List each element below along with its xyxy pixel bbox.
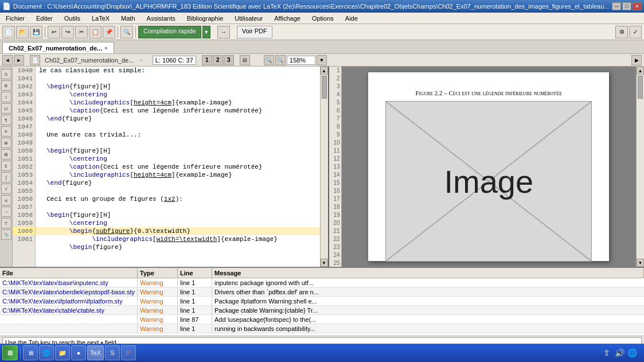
menu-outils[interactable]: Outils [61, 14, 84, 23]
maximize-button[interactable]: □ [622, 2, 631, 10]
message-row-6[interactable]: Warning line 1 running in backwards comp… [0, 324, 644, 333]
menu-math[interactable]: Math [118, 14, 138, 23]
search-button[interactable]: 🔍 [120, 26, 133, 38]
code-line-1041 [36, 75, 320, 83]
line-number: 1060 [13, 227, 35, 235]
line-number: 1042 [13, 83, 35, 91]
left-icon-3[interactable]: I [1, 92, 11, 102]
paste-button[interactable]: 📌 [103, 26, 115, 38]
pdf-scrollbar-v[interactable]: ▲ ▼ [636, 67, 644, 267]
menu-affichage[interactable]: Affichage [271, 14, 304, 23]
taskbar-chrome[interactable]: ● [71, 345, 86, 360]
scroll-up-arrow[interactable]: ▲ [321, 67, 328, 75]
nav-next-button[interactable]: ► [14, 55, 24, 65]
tab-close-button[interactable]: × [104, 45, 107, 51]
tab-filename: Ch02_Ex07_numerotation_de... [41, 57, 137, 64]
compile-button[interactable]: Compilation rapide [138, 26, 201, 38]
left-icon-7[interactable]: ⊕ [1, 138, 11, 148]
nav-right-icon[interactable]: ▶ [631, 55, 642, 65]
left-icon-2[interactable]: B [1, 80, 11, 91]
view-pdf-button[interactable]: Voir PDF [237, 26, 272, 38]
code-line-1050: \begin{figure}[H] [36, 147, 320, 155]
editor-scrollbar[interactable]: ▲ ▼ [320, 67, 328, 267]
left-icon-9[interactable]: Σ [1, 161, 11, 171]
left-icon-5[interactable]: ¶ [1, 115, 11, 125]
start-button[interactable]: ⊞ [2, 345, 18, 360]
taskbar-explorer[interactable]: 🖥 [23, 345, 38, 360]
message-row-3[interactable]: C:\MiKTeX\tex\latex\ifplatform\ifplatfor… [0, 297, 644, 306]
left-icon-6[interactable]: ≡ [1, 126, 11, 137]
left-icon-10[interactable]: ∫ [1, 172, 11, 182]
left-icon-15[interactable]: 📎 [1, 229, 11, 240]
close-button[interactable]: ✕ [633, 2, 642, 10]
msg-file-4: C:\MiKTeX\tex\latex\ctable\ctable.sty [0, 306, 138, 314]
message-row-5[interactable]: Warning line 87 Add \usepackage{fontspec… [0, 315, 644, 324]
right-arrow-button[interactable]: → [217, 26, 230, 38]
editor-tab-active[interactable]: Ch02_Ex07_numerotation_de... × [2, 42, 114, 53]
left-icon-11[interactable]: √ [1, 184, 11, 194]
menu-assistants[interactable]: Assistants [143, 14, 179, 23]
menu-latex[interactable]: LaTeX [88, 14, 113, 23]
menu-aide[interactable]: Aide [342, 14, 361, 23]
left-icon-1[interactable]: S [1, 69, 11, 79]
zoom-input[interactable] [287, 56, 315, 65]
minimize-button[interactable]: ─ [612, 2, 621, 10]
left-icon-13[interactable]: → [1, 207, 11, 217]
redo-button[interactable]: ↪ [61, 26, 74, 38]
left-icon-12[interactable]: α [1, 195, 11, 205]
msg-file-6 [0, 324, 138, 333]
page-1-button[interactable]: 1 [202, 55, 212, 65]
bookmark-button[interactable]: ⊟ [240, 55, 250, 65]
taskbar-folder[interactable]: 📁 [55, 345, 70, 360]
compile-arrow-button[interactable]: ▼ [202, 26, 210, 38]
sys-tray-icon-3[interactable]: 🌐 [627, 348, 637, 358]
sys-tray-icon-2[interactable]: 🔊 [614, 348, 625, 358]
open-button[interactable]: 📂 [16, 26, 29, 38]
menu-bibliographie[interactable]: Bibliographie [184, 14, 227, 23]
scissors-button[interactable]: ✂ [75, 26, 88, 38]
pdf-line-num: 23 [329, 243, 341, 251]
line-numbers: 1040 1041 1042 1043 1044 1045 1046 1047 … [13, 67, 36, 267]
left-icon-8[interactable]: ⊞ [1, 149, 11, 159]
scroll-track[interactable] [321, 75, 328, 259]
undo-button[interactable]: ↩ [48, 26, 60, 38]
page-2-button[interactable]: 2 [213, 55, 223, 65]
page-3-button[interactable]: 3 [224, 55, 234, 65]
nav-prev-button[interactable]: ◄ [2, 55, 13, 65]
zoom-in-button[interactable]: 🔍 [275, 55, 286, 65]
msg-line-5: line 87 [178, 315, 212, 324]
code-editor[interactable]: le cas classique est simple: \begin{figu… [36, 67, 320, 267]
line-number: 1044 [13, 99, 35, 107]
message-row-2[interactable]: C:\MiKTeX\tex\latex\oberdiek\epstopdf-ba… [0, 287, 644, 297]
pdf-scroll-track[interactable] [637, 75, 644, 259]
taskbar-tex[interactable]: TeX [87, 345, 104, 360]
menu-editer[interactable]: Editer [33, 14, 56, 23]
pdf-line-num: 19 [329, 211, 341, 219]
menu-options[interactable]: Options [309, 14, 337, 23]
taskbar-ie[interactable]: 🌐 [39, 345, 54, 360]
save-button[interactable]: 💾 [30, 26, 42, 38]
sys-tray-icon-1[interactable]: ⇧ [602, 348, 612, 358]
copy-button[interactable]: 📋 [89, 26, 102, 38]
taskbar-skype[interactable]: S [105, 345, 120, 360]
menu-utilisateur[interactable]: Utilisateur [231, 14, 266, 23]
pdf-scroll-down[interactable]: ▼ [637, 259, 644, 267]
left-icon-14[interactable]: T [1, 218, 11, 228]
taskbar-ppt[interactable]: P [121, 345, 136, 360]
pdf-line-num: 16 [329, 187, 341, 195]
check-button[interactable]: ✓ [629, 26, 642, 38]
zoom-out-button[interactable]: 🔍 [264, 55, 274, 65]
taskbar: ⊞ 🖥 🌐 📁 ● TeX S P ⇧ 🔊 🌐 [0, 344, 644, 362]
menu-fichier[interactable]: Fichier [2, 14, 28, 23]
pdf-scroll-thumb[interactable] [638, 76, 643, 99]
message-row-4[interactable]: C:\MiKTeX\tex\latex\ctable\ctable.sty Wa… [0, 306, 644, 315]
message-row-1[interactable]: C:\MiKTeX\tex\latex\base\inputenc.sty Wa… [0, 278, 644, 287]
scroll-thumb[interactable] [322, 76, 327, 99]
new-button[interactable]: 📄 [2, 26, 15, 38]
msg-type-5: Warning [138, 315, 178, 324]
left-icon-4[interactable]: U [1, 103, 11, 114]
scroll-down-arrow[interactable]: ▼ [321, 259, 328, 267]
settings-button[interactable]: ⚙ [615, 26, 628, 38]
zoom-dropdown-button[interactable]: ▼ [317, 55, 327, 65]
pdf-scroll-up[interactable]: ▲ [637, 67, 644, 75]
